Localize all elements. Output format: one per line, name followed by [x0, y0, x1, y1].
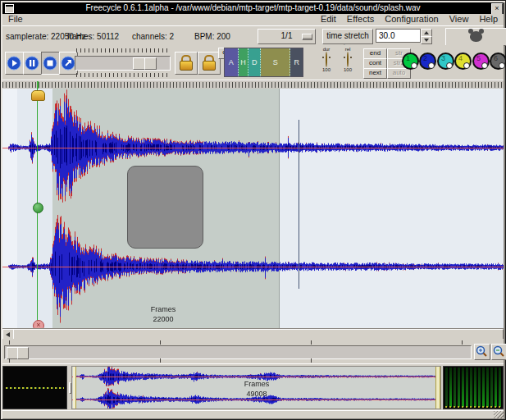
zoom-out-button[interactable] — [491, 344, 506, 360]
combo-arrow-icon — [302, 34, 312, 40]
zoom-out-icon — [493, 345, 505, 358]
slider-ticks-top — [76, 48, 167, 52]
zoom-handle-right[interactable] — [17, 347, 29, 359]
transport-toolbar: off A H D S R dur 100 rel 100 end cont n… — [2, 45, 504, 80]
slice-button-4[interactable]: 4 — [454, 52, 472, 70]
menu-help[interactable]: Help — [479, 14, 498, 24]
channels-label: channels: 2 — [132, 32, 174, 41]
spin-down-icon[interactable] — [421, 36, 432, 44]
status-bar — [2, 410, 504, 418]
envelope-segment-attack[interactable]: A — [225, 48, 239, 76]
overview-row: Frames 49008 — [2, 363, 504, 411]
position-slider[interactable] — [75, 48, 169, 77]
zoom-in-button[interactable] — [474, 344, 490, 360]
zoom-bar — [2, 339, 504, 363]
overview-end-marker[interactable] — [435, 367, 440, 409]
next-button[interactable]: next — [363, 68, 387, 79]
overview-frames-tooltip: Frames 49008 — [222, 379, 291, 399]
envelope-editor[interactable]: A H D S R — [224, 48, 303, 77]
bpm-label: BPM: 200 — [194, 32, 230, 41]
slice-button-5[interactable]: 5 — [472, 52, 490, 70]
menu-edit[interactable]: Edit — [321, 14, 336, 24]
waveform-view[interactable]: × Frames 22000 — [2, 89, 504, 328]
rel-knob-group: rel 100 — [337, 47, 358, 78]
horizontal-scrollbar[interactable] — [2, 328, 504, 340]
rel-knob-value: 100 — [337, 67, 358, 73]
slice-button-1[interactable]: 1 — [402, 52, 419, 70]
auto-button: auto — [387, 68, 411, 79]
pause-icon — [25, 56, 39, 71]
slider-groove[interactable] — [75, 56, 171, 71]
metronome-button[interactable] — [445, 28, 506, 46]
window-title: Freecycle 0.6.1.1alpha - /var/www/debian… — [2, 2, 504, 14]
splice-marker-top-icon[interactable] — [31, 90, 45, 101]
ruler-ticks — [2, 82, 504, 88]
lock-left-button[interactable] — [175, 52, 198, 75]
stop-button[interactable] — [41, 52, 60, 75]
slider-handle-left[interactable] — [133, 57, 145, 70]
dur-knob[interactable] — [326, 52, 327, 67]
zoom-in-icon — [476, 345, 488, 358]
slice-button-2[interactable]: 2 — [419, 52, 436, 70]
time-stretch-input[interactable]: 30.0 — [376, 29, 421, 43]
menu-file[interactable]: File — [8, 14, 23, 24]
zoom-handle-left[interactable] — [7, 347, 18, 359]
play-icon — [7, 56, 21, 71]
close-icon[interactable]: × — [491, 3, 503, 15]
menu-bar: File Edit Effects Configuration View Hel… — [2, 14, 504, 25]
play-button[interactable] — [5, 52, 24, 75]
slider-ticks-bottom — [76, 73, 167, 77]
led-display — [2, 366, 67, 409]
dur-knob-value: 100 — [316, 67, 337, 73]
freecycle-window: Freecycle 0.6.1.1alpha - /var/www/debian… — [0, 0, 506, 420]
dur-knob-group: dur 100 — [316, 47, 337, 78]
lock-right-button[interactable] — [198, 52, 221, 75]
spectrum-display — [443, 366, 504, 409]
time-stretch-button[interactable]: time stretch to: — [322, 29, 373, 44]
slice-button-3[interactable]: 3 — [437, 52, 454, 70]
time-stretch-spinner — [421, 29, 431, 43]
info-bar: samplerate: 22050 Hz frames: 50112 chann… — [2, 25, 504, 47]
envelope-segment-sustain[interactable]: S — [261, 48, 290, 76]
beats-combo[interactable]: 1/1 — [258, 29, 316, 44]
overview-waveform[interactable]: Frames 49008 — [71, 366, 441, 409]
beats-combo-value: 1/1 — [281, 31, 293, 40]
envelope-segment-release[interactable]: R — [290, 48, 303, 76]
frames-label: frames: 50112 — [67, 32, 119, 41]
frames-tooltip: Frames 22000 — [130, 304, 196, 324]
window-icon[interactable] — [5, 4, 14, 13]
menu-view[interactable]: View — [449, 14, 469, 24]
pause-button[interactable] — [23, 52, 42, 75]
zoom-slider-groove[interactable] — [4, 345, 472, 359]
envelope-segment-hold[interactable]: H — [239, 48, 249, 76]
led-dots — [6, 387, 64, 389]
splice-marker-handle-icon[interactable] — [33, 203, 43, 213]
resize-grip-icon[interactable] — [494, 411, 504, 418]
waveform-canvas[interactable] — [2, 89, 504, 328]
ruler-cursor-mark — [37, 81, 39, 89]
title-bar[interactable]: Freecycle 0.6.1.1alpha - /var/www/debian… — [2, 2, 504, 14]
animal-mascot-icon — [470, 31, 482, 42]
menu-effects[interactable]: Effects — [347, 14, 374, 24]
rel-knob[interactable] — [347, 52, 349, 67]
menu-configuration[interactable]: Configuration — [385, 14, 438, 24]
seek-arrow-icon — [61, 56, 75, 71]
stop-icon — [43, 56, 57, 71]
slider-handle-right[interactable] — [144, 57, 157, 70]
slice-button-6[interactable]: 6 — [490, 52, 506, 70]
overview-start-marker[interactable] — [73, 367, 76, 409]
envelope-segment-decay[interactable]: D — [248, 48, 261, 76]
knob-panel: dur 100 rel 100 — [316, 47, 358, 78]
